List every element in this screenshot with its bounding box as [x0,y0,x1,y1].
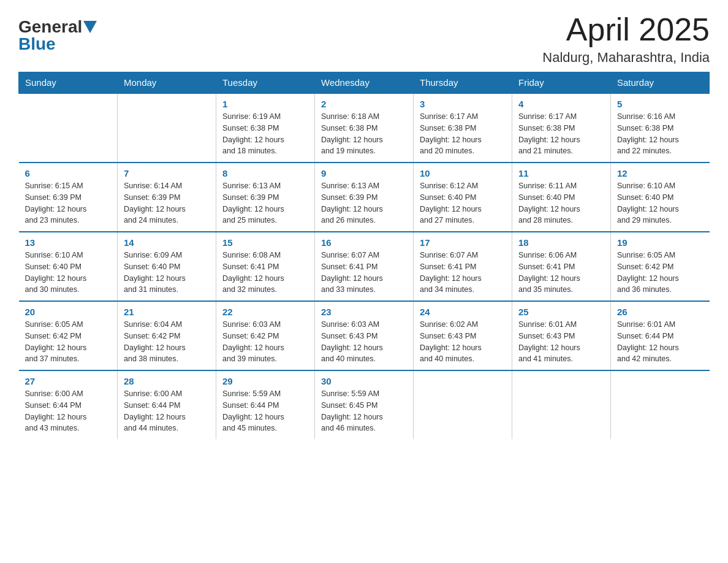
calendar-body: 1Sunrise: 6:19 AMSunset: 6:38 PMDaylight… [19,93,710,439]
calendar-cell: 11Sunrise: 6:11 AMSunset: 6:40 PMDayligh… [512,163,611,232]
calendar-week-4: 20Sunrise: 6:05 AMSunset: 6:42 PMDayligh… [19,301,710,370]
day-header-sunday: Sunday [19,72,118,94]
calendar-cell: 12Sunrise: 6:10 AMSunset: 6:40 PMDayligh… [611,163,710,232]
day-number: 23 [321,307,407,317]
day-header-tuesday: Tuesday [216,72,315,94]
calendar-cell: 25Sunrise: 6:01 AMSunset: 6:43 PMDayligh… [512,301,611,370]
day-info: Sunrise: 5:59 AMSunset: 6:44 PMDaylight:… [222,388,308,434]
day-number: 14 [124,237,210,248]
main-title: April 2025 [542,12,710,47]
day-number: 25 [518,307,604,317]
day-number: 28 [124,376,210,386]
day-number: 15 [222,237,308,248]
day-info: Sunrise: 6:02 AMSunset: 6:43 PMDaylight:… [420,319,506,365]
day-info: Sunrise: 6:17 AMSunset: 6:38 PMDaylight:… [420,111,506,157]
day-info: Sunrise: 6:07 AMSunset: 6:41 PMDaylight:… [321,250,407,296]
day-info: Sunrise: 5:59 AMSunset: 6:45 PMDaylight:… [321,388,407,434]
calendar-cell: 17Sunrise: 6:07 AMSunset: 6:41 PMDayligh… [414,232,512,301]
day-info: Sunrise: 6:06 AMSunset: 6:41 PMDaylight:… [518,250,604,296]
day-number: 5 [617,99,703,109]
logo-blue: Blue [18,34,56,53]
day-number: 7 [124,168,210,178]
day-number: 16 [321,237,407,248]
day-number: 17 [420,237,506,248]
calendar-cell [611,370,710,439]
day-info: Sunrise: 6:14 AMSunset: 6:39 PMDaylight:… [124,180,210,226]
day-number: 2 [321,99,407,109]
calendar-cell: 1Sunrise: 6:19 AMSunset: 6:38 PMDaylight… [216,93,315,163]
day-number: 10 [420,168,506,178]
day-info: Sunrise: 6:05 AMSunset: 6:42 PMDaylight:… [25,319,112,365]
calendar-week-1: 1Sunrise: 6:19 AMSunset: 6:38 PMDaylight… [19,93,710,163]
calendar-header: SundayMondayTuesdayWednesdayThursdayFrid… [19,72,710,94]
day-info: Sunrise: 6:13 AMSunset: 6:39 PMDaylight:… [321,180,407,226]
calendar-cell: 28Sunrise: 6:00 AMSunset: 6:44 PMDayligh… [118,370,216,439]
calendar-cell: 5Sunrise: 6:16 AMSunset: 6:38 PMDaylight… [611,93,710,163]
calendar-cell: 10Sunrise: 6:12 AMSunset: 6:40 PMDayligh… [414,163,512,232]
calendar-cell: 3Sunrise: 6:17 AMSunset: 6:38 PMDaylight… [414,93,512,163]
day-info: Sunrise: 6:05 AMSunset: 6:42 PMDaylight:… [617,250,703,296]
page-header: General Blue April 2025 Naldurg, Maharas… [18,12,710,66]
logo-triangle-icon [83,21,97,34]
day-number: 20 [25,307,112,317]
calendar-cell: 2Sunrise: 6:18 AMSunset: 6:38 PMDaylight… [315,93,414,163]
calendar-cell [118,93,216,163]
day-number: 11 [518,168,604,178]
calendar-cell: 16Sunrise: 6:07 AMSunset: 6:41 PMDayligh… [315,232,414,301]
location-subtitle: Naldurg, Maharashtra, India [542,50,710,66]
day-number: 30 [321,376,407,386]
day-number: 4 [518,99,604,109]
calendar-cell: 6Sunrise: 6:15 AMSunset: 6:39 PMDaylight… [19,163,118,232]
calendar-cell: 23Sunrise: 6:03 AMSunset: 6:43 PMDayligh… [315,301,414,370]
day-info: Sunrise: 6:17 AMSunset: 6:38 PMDaylight:… [518,111,604,157]
day-header-monday: Monday [118,72,216,94]
calendar-cell: 27Sunrise: 6:00 AMSunset: 6:44 PMDayligh… [19,370,118,439]
calendar-cell [512,370,611,439]
day-info: Sunrise: 6:03 AMSunset: 6:42 PMDaylight:… [222,319,308,365]
day-info: Sunrise: 6:12 AMSunset: 6:40 PMDaylight:… [420,180,506,226]
day-number: 6 [25,168,112,178]
day-number: 12 [617,168,703,178]
day-number: 24 [420,307,506,317]
calendar-cell: 26Sunrise: 6:01 AMSunset: 6:44 PMDayligh… [611,301,710,370]
calendar-cell: 21Sunrise: 6:04 AMSunset: 6:42 PMDayligh… [118,301,216,370]
calendar-cell: 30Sunrise: 5:59 AMSunset: 6:45 PMDayligh… [315,370,414,439]
day-info: Sunrise: 6:10 AMSunset: 6:40 PMDaylight:… [25,250,112,296]
day-header-friday: Friday [512,72,611,94]
day-number: 18 [518,237,604,248]
svg-marker-0 [83,21,97,33]
day-info: Sunrise: 6:10 AMSunset: 6:40 PMDaylight:… [617,180,703,226]
day-info: Sunrise: 6:01 AMSunset: 6:44 PMDaylight:… [617,319,703,365]
day-info: Sunrise: 6:08 AMSunset: 6:41 PMDaylight:… [222,250,308,296]
calendar-cell: 20Sunrise: 6:05 AMSunset: 6:42 PMDayligh… [19,301,118,370]
calendar-week-5: 27Sunrise: 6:00 AMSunset: 6:44 PMDayligh… [19,370,710,439]
calendar-cell: 14Sunrise: 6:09 AMSunset: 6:40 PMDayligh… [118,232,216,301]
calendar-cell: 8Sunrise: 6:13 AMSunset: 6:39 PMDaylight… [216,163,315,232]
day-info: Sunrise: 6:18 AMSunset: 6:38 PMDaylight:… [321,111,407,157]
day-info: Sunrise: 6:13 AMSunset: 6:39 PMDaylight:… [222,180,308,226]
calendar-cell: 18Sunrise: 6:06 AMSunset: 6:41 PMDayligh… [512,232,611,301]
day-info: Sunrise: 6:09 AMSunset: 6:40 PMDaylight:… [124,250,210,296]
calendar-cell: 24Sunrise: 6:02 AMSunset: 6:43 PMDayligh… [414,301,512,370]
day-info: Sunrise: 6:11 AMSunset: 6:40 PMDaylight:… [518,180,604,226]
day-info: Sunrise: 6:15 AMSunset: 6:39 PMDaylight:… [25,180,112,226]
day-info: Sunrise: 6:01 AMSunset: 6:43 PMDaylight:… [518,319,604,365]
calendar-cell: 22Sunrise: 6:03 AMSunset: 6:42 PMDayligh… [216,301,315,370]
calendar-table: SundayMondayTuesdayWednesdayThursdayFrid… [18,72,710,439]
day-info: Sunrise: 6:00 AMSunset: 6:44 PMDaylight:… [25,388,112,434]
calendar-cell: 4Sunrise: 6:17 AMSunset: 6:38 PMDaylight… [512,93,611,163]
title-section: April 2025 Naldurg, Maharashtra, India [542,12,710,66]
day-number: 19 [617,237,703,248]
day-header-thursday: Thursday [414,72,512,94]
calendar-cell: 9Sunrise: 6:13 AMSunset: 6:39 PMDaylight… [315,163,414,232]
day-number: 26 [617,307,703,317]
day-info: Sunrise: 6:16 AMSunset: 6:38 PMDaylight:… [617,111,703,157]
calendar-cell: 7Sunrise: 6:14 AMSunset: 6:39 PMDaylight… [118,163,216,232]
day-number: 29 [222,376,308,386]
day-number: 21 [124,307,210,317]
calendar-cell: 13Sunrise: 6:10 AMSunset: 6:40 PMDayligh… [19,232,118,301]
day-number: 9 [321,168,407,178]
day-info: Sunrise: 6:03 AMSunset: 6:43 PMDaylight:… [321,319,407,365]
day-header-saturday: Saturday [611,72,710,94]
day-info: Sunrise: 6:19 AMSunset: 6:38 PMDaylight:… [222,111,308,157]
